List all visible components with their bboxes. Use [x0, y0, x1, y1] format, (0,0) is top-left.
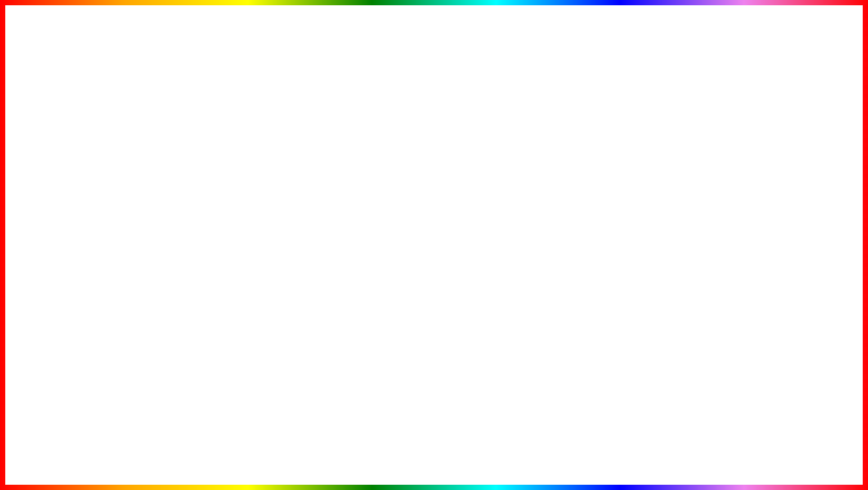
- area-label: Area: [120, 189, 131, 195]
- bottom-update: UPDATE: [112, 425, 294, 477]
- collect-bags: Auto collect bags: [226, 171, 325, 178]
- cloud-nav-farming[interactable]: 🌾 · Farming: [116, 240, 165, 253]
- title-ula: A: [479, 22, 520, 90]
- svg-point-15: [759, 248, 779, 261]
- dollar-sign-1: $: [682, 90, 697, 121]
- mastery-multi-checkbox[interactable]: [174, 225, 180, 232]
- chest-list-label: ≡ | Chest List: [170, 263, 202, 269]
- enable-chest-checkbox[interactable]: [174, 275, 180, 281]
- title-x: X: [653, 22, 691, 90]
- title-pet: PET: [177, 22, 288, 90]
- chest-value[interactable]: Magma Chest: [170, 174, 219, 184]
- chests-header: Chests: [170, 253, 325, 259]
- type-label: Type: [120, 164, 132, 170]
- script-console: 😊 07:38:29 AM - 04/10/202 1.4GB - 778.42…: [116, 135, 330, 147]
- bottom-pastebin: PASTEBIN: [610, 439, 756, 473]
- console-stats: 1.4GB - 778.42 KB/s - 80.4411 msec: [227, 139, 319, 144]
- time-text: 10:49: [483, 4, 509, 16]
- svg-point-13: [757, 237, 761, 241]
- easter-badge: EASTER: [670, 121, 814, 306]
- mastery-multi-box[interactable]: [314, 225, 321, 232]
- svg-point-20: [713, 217, 720, 224]
- mastery-normal-label: Auto Farm Mastery (Normal Mode): [183, 240, 310, 245]
- catalyst-nav-pets[interactable]: Pets: [92, 120, 103, 126]
- svg-point-18: [701, 217, 708, 224]
- svg-point-12: [726, 237, 729, 241]
- mastery-label: Mastery List: [179, 209, 213, 216]
- area-value[interactable]: Kawaii Candyland: [166, 187, 219, 197]
- console-emoji: 😊: [120, 138, 127, 145]
- title-tor: TOR: [520, 22, 640, 90]
- dollar-sign-3: $: [723, 72, 733, 92]
- title-sim: SIMUL: [301, 22, 479, 90]
- svg-point-14: [705, 248, 725, 261]
- autofarm-content: Auto farm 🌿 Type Multi Target Chest Magm…: [120, 151, 325, 200]
- chest-row: Chest Magma Chest: [120, 174, 219, 184]
- autofarm-section: Auto farm 🌿 Type Multi Target Chest Magm…: [116, 147, 330, 205]
- cloud-nav-misc[interactable]: 📈 · Misc: [116, 298, 165, 311]
- catalyst-nav-general[interactable]: General: [64, 120, 85, 126]
- bottom-easter: EASTER: [303, 425, 485, 477]
- collect-header: Collect 🔴: [226, 151, 325, 168]
- mastery-normal-mode-row: Auto Farm Mastery (Normal Mode): [170, 236, 325, 249]
- collect-fields: Collect 🔴 Auto collect bags Auto collect…: [226, 151, 325, 200]
- type-value[interactable]: Multi Target: [170, 162, 219, 172]
- bottom-title: UPDATE EASTER SCRIPT PASTEBIN: [0, 425, 868, 477]
- coin-display: 2.68: [618, 126, 657, 146]
- cloud-nav-eggs[interactable]: 🥚 · Eggs: [116, 253, 165, 266]
- main-title: PET SIMUL A TOR X: [177, 22, 691, 90]
- svg-point-16: [738, 254, 747, 260]
- console-text: 07:38:29 AM - 04/10/202: [127, 139, 227, 144]
- mastery-section-header: ≡ | Mastery List: [170, 209, 325, 218]
- console-close[interactable]: ✕: [322, 138, 326, 144]
- cloud-right-content: ≡ | Mastery List Auto Farm Mastery (Mult…: [165, 205, 330, 366]
- cloud-nav-settings[interactable]: 🔍 · Settings: [116, 311, 165, 324]
- cloud-nav-pets[interactable]: 🐾 · Pets: [116, 266, 165, 279]
- collect-orbs: Auto collect orbs: [226, 180, 325, 186]
- chest-list-header-row: ≡ | Chest List: [170, 262, 325, 269]
- ready-text: Ready!: [413, 4, 455, 19]
- mastery-multi-label: Auto Farm Mastery (Multi Mode): [183, 226, 310, 231]
- cloud-nav-webhook[interactable]: 🔗 · Webhook: [116, 324, 165, 337]
- mastery-multi-mode-row: Auto Farm Mastery (Multi Mode): [170, 222, 325, 235]
- dollar-sign-2: $: [646, 157, 661, 188]
- mastery-normal-checkbox[interactable]: [174, 240, 180, 246]
- mastery-normal-box[interactable]: [314, 239, 321, 246]
- autofarm-fields: Auto farm 🌿 Type Multi Target Chest Magm…: [120, 151, 219, 200]
- catalyst-titlebar: Catalyst Hub Free - Monday, April 10, 20…: [59, 104, 233, 117]
- cloud-nav-redeem[interactable]: ⚙ · Redeem/Boost: [116, 279, 165, 298]
- collect-dots: [321, 151, 325, 168]
- type-row: Type Multi Target: [120, 162, 219, 172]
- collect-gifts: Auto free gifts: [226, 188, 325, 195]
- autofarm-header: Auto farm 🌿: [120, 151, 219, 158]
- cloud-hub-titlebar: Cloud hub | Psx: [116, 122, 330, 135]
- svg-point-22: [708, 218, 713, 223]
- easter-label: EASTER: [670, 121, 814, 162]
- chest-label: Chest: [120, 176, 134, 183]
- timer-text: Timer = 0.0.14.17: [170, 286, 325, 291]
- cloud-nav-lucky[interactable]: 🎲 · Lucky Blocks: [116, 221, 165, 240]
- cloud-hub-window[interactable]: Cloud hub | Psx 😊 07:38:29 AM - 04/10/20…: [115, 121, 331, 367]
- area-row: Area Kawaii Candyland: [120, 187, 219, 197]
- mastery-header: ≡ | Mastery List: [170, 209, 213, 216]
- crystal: [416, 112, 452, 193]
- enable-chest-box[interactable]: [314, 274, 321, 281]
- cloud-body: 🏠 · Home 🎲 · Lucky Blocks 🌾 · Farming 🥚 …: [116, 205, 330, 366]
- enable-chest-label: Enable Chest Farm: [183, 275, 310, 281]
- cloud-nav-home[interactable]: 🏠 · Home: [116, 208, 165, 221]
- three-dots-mastery: [317, 210, 325, 217]
- bunny-svg: [675, 167, 810, 302]
- bottom-script: SCRIPT: [494, 439, 601, 473]
- enable-chest-farm-row: Enable Chest Farm: [170, 272, 325, 284]
- easter-image: [670, 162, 814, 306]
- three-dots-chest: [317, 262, 325, 269]
- cloud-left-nav: 🏠 · Home 🎲 · Lucky Blocks 🌾 · Farming 🥚 …: [116, 205, 165, 366]
